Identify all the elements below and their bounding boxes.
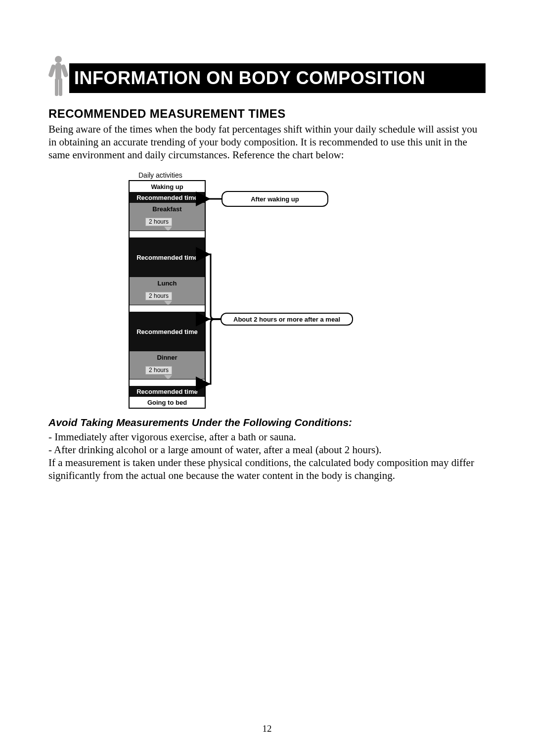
row-dinner: Dinner — [130, 351, 205, 363]
svg-point-0 — [55, 56, 62, 63]
svg-rect-3 — [60, 64, 68, 78]
row-recommended-2: Recommended time — [130, 237, 205, 277]
diagram-container: Daily activities Waking up Recommended t… — [48, 171, 486, 404]
page-number: 12 — [0, 723, 534, 734]
avoid-bullet-2: - After drinking alcohol or a large amou… — [48, 443, 486, 456]
row-gap-3-end — [130, 379, 205, 386]
diagram-column-label: Daily activities — [138, 171, 182, 179]
human-figure-icon — [48, 54, 68, 99]
callout-after-waking: After waking up — [222, 191, 328, 207]
hours-chip: 2 hours — [145, 366, 172, 375]
svg-rect-2 — [48, 64, 56, 78]
row-recommended-1: Recommended time — [130, 192, 205, 203]
section-heading-avoid: Avoid Taking Measurements Under the Foll… — [48, 417, 486, 428]
row-waking-up: Waking up — [130, 181, 205, 192]
row-gap-2: 2 hours — [130, 289, 205, 305]
row-going-to-bed: Going to bed — [130, 397, 205, 408]
row-gap-1: 2 hours — [130, 215, 205, 231]
row-recommended-3: Recommended time — [130, 312, 205, 351]
callout-after-meal: About 2 hours or more after a meal — [221, 313, 353, 326]
section-paragraph: Being aware of the times when the body f… — [48, 123, 486, 161]
row-breakfast: Breakfast — [130, 203, 205, 215]
row-gap-2-end — [130, 305, 205, 312]
measurement-times-diagram: Daily activities Waking up Recommended t… — [124, 171, 410, 404]
page: INFORMATION ON BODY COMPOSITION RECOMMEN… — [0, 0, 534, 756]
page-header: INFORMATION ON BODY COMPOSITION — [48, 54, 486, 99]
row-recommended-4: Recommended time — [130, 386, 205, 397]
svg-rect-1 — [55, 63, 61, 80]
hours-chip: 2 hours — [145, 292, 172, 300]
timeline-column: Waking up Recommended time Breakfast 2 h… — [129, 180, 206, 409]
svg-rect-5 — [59, 78, 62, 96]
avoid-bullet-1: - Immediately after vigorous exercise, a… — [48, 430, 486, 443]
hours-chip: 2 hours — [145, 218, 172, 226]
row-gap-1-end — [130, 231, 205, 237]
svg-rect-4 — [55, 78, 58, 96]
page-title: INFORMATION ON BODY COMPOSITION — [69, 63, 486, 93]
row-gap-3: 2 hours — [130, 363, 205, 379]
section-heading-times: RECOMMENDED MEASUREMENT TIMES — [48, 107, 486, 121]
row-lunch: Lunch — [130, 277, 205, 289]
avoid-paragraph: If a measurement is taken under these ph… — [48, 456, 486, 482]
